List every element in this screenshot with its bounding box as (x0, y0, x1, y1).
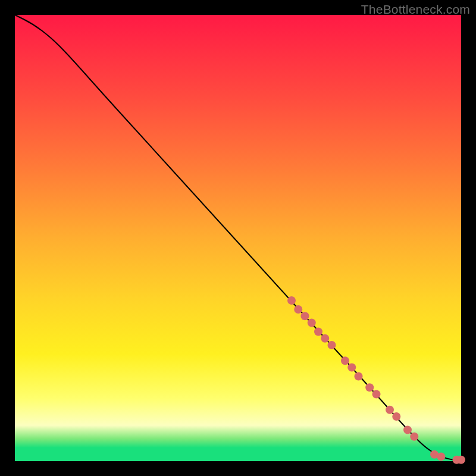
chart-marker (347, 364, 356, 372)
chart-plot-area (15, 15, 461, 461)
chart-frame: TheBottleneck.com (0, 0, 476, 476)
chart-marker (392, 412, 400, 421)
chart-marker (301, 312, 309, 320)
chart-marker (365, 383, 374, 392)
chart-marker (410, 433, 418, 441)
chart-marker (355, 372, 363, 381)
chart-markers (287, 296, 465, 464)
chart-marker (403, 426, 412, 434)
chart-marker (457, 456, 465, 464)
chart-marker (328, 341, 336, 349)
chart-svg (15, 15, 461, 461)
chart-marker (437, 453, 445, 461)
chart-marker (372, 390, 381, 399)
chart-marker (341, 356, 349, 365)
chart-marker (386, 406, 394, 414)
chart-marker (294, 305, 302, 314)
chart-marker (308, 319, 316, 327)
watermark-text: TheBottleneck.com (361, 2, 470, 17)
chart-marker (314, 328, 322, 336)
chart-curve (15, 15, 461, 461)
chart-marker (287, 296, 296, 305)
chart-marker (321, 334, 329, 343)
